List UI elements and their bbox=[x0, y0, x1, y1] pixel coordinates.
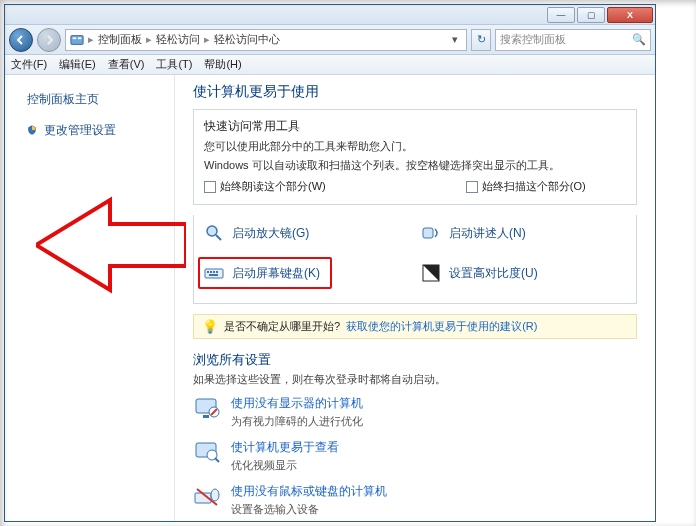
shield-icon bbox=[27, 125, 37, 135]
svg-rect-1 bbox=[73, 37, 77, 39]
svg-rect-5 bbox=[423, 228, 433, 238]
setting-no-display[interactable]: 使用没有显示器的计算机 为有视力障碍的人进行优化 bbox=[193, 395, 637, 429]
menu-file[interactable]: 文件(F) bbox=[11, 57, 47, 72]
lightbulb-icon: 💡 bbox=[202, 319, 218, 334]
quick-panel-title: 快速访问常用工具 bbox=[204, 118, 626, 135]
crumb-ease-of-access[interactable]: 轻松访问 bbox=[156, 32, 200, 47]
refresh-button[interactable]: ↻ bbox=[471, 29, 491, 51]
content-area: 使计算机更易于使用 快速访问常用工具 您可以使用此部分中的工具来帮助您入门。 W… bbox=[175, 75, 655, 521]
setting-link[interactable]: 使用没有鼠标或键盘的计算机 bbox=[231, 483, 387, 500]
svg-rect-6 bbox=[205, 269, 223, 278]
tool-on-screen-keyboard[interactable]: 启动屏幕键盘(K) bbox=[204, 257, 409, 289]
tool-high-contrast[interactable]: 设置高对比度(U) bbox=[421, 257, 626, 289]
chevron-right-icon: ▸ bbox=[204, 33, 210, 46]
checkbox-label: 始终扫描这个部分(O) bbox=[482, 179, 586, 194]
quick-panel-line1: 您可以使用此部分中的工具来帮助您入门。 bbox=[204, 139, 626, 154]
crumb-ease-center[interactable]: 轻松访问中心 bbox=[214, 32, 280, 47]
svg-point-21 bbox=[211, 489, 219, 501]
checkbox-icon bbox=[204, 181, 216, 193]
browse-subtitle: 如果选择这些设置，则在每次登录时都将自动启动。 bbox=[193, 372, 637, 387]
contrast-icon bbox=[421, 263, 441, 283]
svg-rect-0 bbox=[71, 35, 83, 44]
checkbox-label: 始终朗读这个部分(W) bbox=[220, 179, 326, 194]
sidebar-item-label: 控制面板主页 bbox=[27, 92, 99, 106]
address-bar: ▸ 控制面板 ▸ 轻松访问 ▸ 轻松访问中心 ▾ ↻ 搜索控制面板 🔍 bbox=[5, 25, 655, 55]
chevron-right-icon: ▸ bbox=[146, 33, 152, 46]
setting-no-mouse-keyboard[interactable]: 使用没有鼠标或键盘的计算机 设置备选输入设备 bbox=[193, 483, 637, 517]
tool-label: 启动放大镜(G) bbox=[232, 225, 309, 242]
page-title: 使计算机更易于使用 bbox=[193, 83, 637, 101]
setting-desc: 优化视频显示 bbox=[231, 458, 339, 473]
menu-help[interactable]: 帮助(H) bbox=[204, 57, 241, 72]
sidebar-item-admin-settings[interactable]: 更改管理设置 bbox=[27, 122, 166, 139]
svg-rect-11 bbox=[209, 274, 218, 276]
setting-link[interactable]: 使用没有显示器的计算机 bbox=[231, 395, 363, 412]
svg-rect-10 bbox=[216, 271, 218, 273]
tool-magnifier[interactable]: 启动放大镜(G) bbox=[204, 223, 409, 243]
svg-rect-8 bbox=[210, 271, 212, 273]
maximize-button[interactable]: ▢ bbox=[577, 7, 605, 23]
minimize-button[interactable]: — bbox=[547, 7, 575, 23]
address-dropdown-icon[interactable]: ▾ bbox=[448, 33, 462, 46]
crumb-control-panel[interactable]: 控制面板 bbox=[98, 32, 142, 47]
nav-forward-button[interactable] bbox=[37, 28, 61, 52]
tool-narrator[interactable]: 启动讲述人(N) bbox=[421, 223, 626, 243]
highlight-box-annotation: 启动屏幕键盘(K) bbox=[198, 257, 332, 289]
monitor-off-icon bbox=[193, 395, 221, 423]
checkbox-icon bbox=[466, 181, 478, 193]
checkbox-always-scan[interactable]: 始终扫描这个部分(O) bbox=[466, 179, 586, 194]
menu-view[interactable]: 查看(V) bbox=[108, 57, 145, 72]
nav-back-button[interactable] bbox=[9, 28, 33, 52]
keyboard-icon bbox=[204, 263, 224, 283]
browse-title: 浏览所有设置 bbox=[193, 351, 637, 369]
menu-tools[interactable]: 工具(T) bbox=[156, 57, 192, 72]
svg-rect-14 bbox=[203, 415, 209, 418]
search-icon: 🔍 bbox=[632, 33, 646, 46]
svg-rect-2 bbox=[78, 37, 82, 39]
setting-easier-see[interactable]: 使计算机更易于查看 优化视频显示 bbox=[193, 439, 637, 473]
svg-rect-9 bbox=[213, 271, 215, 273]
svg-point-3 bbox=[207, 226, 217, 236]
magnifier-icon bbox=[204, 223, 224, 243]
sidebar: 控制面板主页 更改管理设置 bbox=[5, 75, 175, 521]
sidebar-item-home[interactable]: 控制面板主页 bbox=[27, 91, 166, 108]
tip-text: 是否不确定从哪里开始? bbox=[224, 319, 340, 334]
tip-bar: 💡 是否不确定从哪里开始? 获取使您的计算机更易于使用的建议(R) bbox=[193, 314, 637, 339]
titlebar: — ▢ X bbox=[5, 5, 655, 25]
close-button[interactable]: X bbox=[607, 7, 653, 23]
tool-label: 启动讲述人(N) bbox=[449, 225, 526, 242]
menu-edit[interactable]: 编辑(E) bbox=[59, 57, 96, 72]
quick-access-panel: 快速访问常用工具 您可以使用此部分中的工具来帮助您入门。 Windows 可以自… bbox=[193, 109, 637, 205]
tool-label: 启动屏幕键盘(K) bbox=[232, 265, 320, 282]
breadcrumb[interactable]: ▸ 控制面板 ▸ 轻松访问 ▸ 轻松访问中心 ▾ bbox=[65, 29, 467, 51]
setting-desc: 为有视力障碍的人进行优化 bbox=[231, 414, 363, 429]
menubar: 文件(F) 编辑(E) 查看(V) 工具(T) 帮助(H) bbox=[5, 55, 655, 75]
quick-tools-grid: 启动放大镜(G) 启动讲述人(N) 启动屏幕键盘(K) 设置高对比度(U) bbox=[193, 215, 637, 304]
svg-line-4 bbox=[216, 235, 221, 240]
window-frame: — ▢ X ▸ 控制面板 ▸ 轻松访问 ▸ 轻松访问中心 ▾ ↻ 搜索控制面板 … bbox=[4, 4, 656, 522]
svg-rect-7 bbox=[207, 271, 209, 273]
checkbox-always-read[interactable]: 始终朗读这个部分(W) bbox=[204, 179, 326, 194]
setting-desc: 设置备选输入设备 bbox=[231, 502, 387, 517]
input-alt-icon bbox=[193, 483, 221, 511]
tip-link[interactable]: 获取使您的计算机更易于使用的建议(R) bbox=[346, 319, 537, 334]
sidebar-item-label: 更改管理设置 bbox=[44, 123, 116, 137]
control-panel-icon bbox=[70, 33, 84, 47]
tool-label: 设置高对比度(U) bbox=[449, 265, 538, 282]
svg-line-19 bbox=[215, 458, 219, 462]
setting-link[interactable]: 使计算机更易于查看 bbox=[231, 439, 339, 456]
monitor-magnify-icon bbox=[193, 439, 221, 467]
quick-panel-line2: Windows 可以自动读取和扫描这个列表。按空格键选择突出显示的工具。 bbox=[204, 158, 626, 173]
search-input[interactable]: 搜索控制面板 🔍 bbox=[495, 29, 651, 51]
narrator-icon bbox=[421, 223, 441, 243]
search-placeholder: 搜索控制面板 bbox=[500, 32, 566, 47]
chevron-right-icon: ▸ bbox=[88, 33, 94, 46]
